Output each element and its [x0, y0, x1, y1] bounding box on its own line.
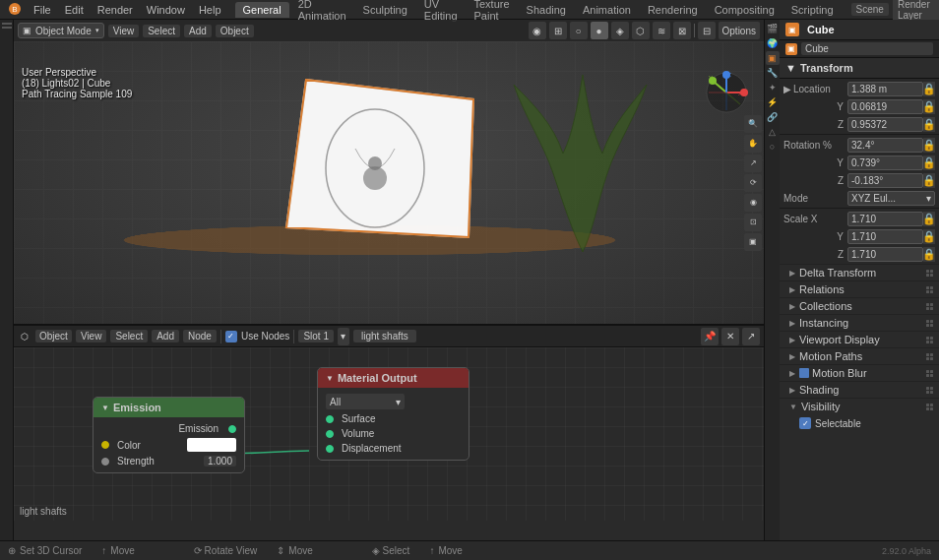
location-y-field[interactable]: 0.06819 [847, 99, 923, 114]
color-socket[interactable] [101, 441, 109, 449]
slot-selector[interactable]: Slot 1 [298, 330, 334, 342]
ne-link-icon[interactable]: ↗ [742, 328, 760, 345]
location-x-field[interactable]: 1.388 m [847, 82, 923, 96]
blender-logo[interactable]: B [4, 2, 26, 18]
motion-blur-section[interactable]: ▶ Motion Blur [780, 364, 939, 381]
scale-z-lock[interactable]: 🔒 [923, 247, 935, 262]
tab-scripting[interactable]: Scripting [783, 2, 842, 18]
node-object-type[interactable]: Object [35, 330, 72, 342]
relations-section[interactable]: ▶ Relations [780, 280, 939, 297]
rotation-mode-dropdown[interactable]: XYZ Eul... ▾ [847, 191, 935, 206]
material-name[interactable]: light shafts [353, 330, 416, 342]
scale-x-field[interactable]: 1.710 [847, 212, 923, 226]
location-z-lock[interactable]: 🔒 [923, 117, 935, 132]
material-output-dropdown[interactable]: All ▾ [326, 394, 405, 409]
node-add-menu[interactable]: Add [152, 330, 179, 342]
displacement-socket[interactable] [326, 445, 334, 453]
viewport-icon-7[interactable]: ≋ [653, 22, 670, 39]
menu-edit[interactable]: Edit [59, 3, 90, 17]
menu-window[interactable]: Window [141, 3, 191, 17]
viewport-icon-2[interactable]: ⊞ [549, 22, 567, 39]
location-collapse-arrow[interactable]: ▶ [783, 84, 791, 94]
node-view-menu[interactable]: View [76, 330, 107, 342]
node-node-menu[interactable]: Node [183, 330, 217, 342]
viewport-object-menu[interactable]: Object [216, 25, 254, 37]
props-material-icon[interactable]: ○ [766, 140, 780, 154]
node-select-menu[interactable]: Select [110, 330, 148, 342]
ne-x-icon[interactable]: ✕ [721, 328, 739, 345]
viewport-icon-8[interactable]: ⊠ [673, 22, 691, 39]
scene-selector[interactable]: Scene [851, 3, 889, 16]
tab-shading[interactable]: Shading [519, 2, 574, 18]
options-btn[interactable]: Options [719, 22, 760, 39]
location-z-field[interactable]: 0.95372 [847, 117, 923, 132]
use-nodes-checkbox[interactable]: ✓ [225, 331, 237, 342]
menu-render[interactable]: Render [92, 3, 139, 17]
viewport-icon-9[interactable]: ⊟ [698, 22, 716, 39]
emission-output-socket[interactable] [228, 425, 236, 433]
vp-side-icon-3[interactable]: ↗ [744, 155, 762, 172]
node-editor-type-icon[interactable]: ⬡ [18, 330, 31, 343]
viewport-canvas[interactable]: User Perspective (18) Lights02 | Cube Pa… [14, 41, 764, 324]
props-world-icon[interactable]: 🌍 [766, 36, 780, 50]
ne-pin-icon[interactable]: 📌 [701, 328, 719, 345]
viewport-icon-6[interactable]: ⬡ [632, 22, 650, 39]
scale-y-lock[interactable]: 🔒 [923, 229, 935, 244]
rotation-x-lock[interactable]: 🔒 [923, 138, 935, 153]
surface-socket[interactable] [326, 415, 334, 423]
viewport-icon-5[interactable]: ◈ [611, 22, 629, 39]
viewport-select-menu[interactable]: Select [143, 25, 180, 37]
volume-socket[interactable] [326, 430, 334, 438]
sub-object-dropdown[interactable]: Cube [801, 42, 933, 55]
scale-z-field[interactable]: 1.710 [847, 247, 923, 262]
tab-animation[interactable]: Animation [575, 2, 639, 18]
menu-help[interactable]: Help [193, 3, 227, 17]
node-canvas[interactable]: ▼ Emission Emission Color [14, 347, 764, 521]
delta-transform-section[interactable]: ▶ Delta Transform [780, 264, 939, 280]
mode-select[interactable]: ▣ Object Mode ▾ [18, 23, 104, 38]
shading-section[interactable]: ▶ Shading [780, 381, 939, 398]
tab-sculpting[interactable]: Sculpting [355, 2, 415, 18]
vp-side-icon-5[interactable]: ◉ [744, 194, 762, 212]
viewport-icon-1[interactable]: ◉ [529, 22, 546, 39]
collections-section[interactable]: ▶ Collections [780, 297, 939, 314]
props-constraints-icon[interactable]: 🔗 [766, 110, 780, 124]
rotation-z-lock[interactable]: 🔒 [923, 173, 935, 188]
location-y-lock[interactable]: 🔒 [923, 99, 935, 114]
viewport-add-menu[interactable]: Add [184, 25, 212, 37]
strength-socket[interactable] [101, 458, 109, 466]
viewport-gizmo[interactable]: X Y Z [705, 71, 754, 120]
rotation-y-field[interactable]: 0.739° [847, 156, 923, 170]
menu-file[interactable]: File [28, 3, 57, 17]
render-layer-selector[interactable]: Render Layer [893, 0, 939, 22]
rotation-z-field[interactable]: -0.183° [847, 173, 923, 188]
vp-side-icon-7[interactable]: ▣ [744, 233, 762, 251]
vp-side-icon-4[interactable]: ⟳ [744, 174, 762, 192]
tab-compositing[interactable]: Compositing [707, 2, 782, 18]
tab-general[interactable]: General [235, 2, 289, 18]
props-modifier-icon[interactable]: 🔧 [766, 66, 780, 80]
props-physics-icon[interactable]: ⚡ [766, 95, 780, 109]
scale-x-lock[interactable]: 🔒 [923, 212, 935, 226]
props-object-icon[interactable]: ▣ [766, 51, 780, 65]
visibility-section-header[interactable]: ▼ Visibility [780, 398, 939, 414]
props-particles-icon[interactable]: ✦ [766, 81, 780, 94]
tab-rendering[interactable]: Rendering [640, 2, 706, 18]
location-x-lock[interactable]: 🔒 [923, 82, 935, 96]
strength-value[interactable]: 1.000 [204, 456, 236, 467]
viewport-display-section[interactable]: ▶ Viewport Display [780, 331, 939, 347]
viewport-icon-3[interactable]: ○ [570, 22, 588, 39]
selectable-checkbox[interactable]: ✓ [799, 417, 811, 429]
object-mode-dropdown[interactable]: Cube [807, 24, 835, 35]
color-swatch[interactable] [187, 438, 236, 452]
motion-paths-section[interactable]: ▶ Motion Paths [780, 347, 939, 364]
vp-side-icon-6[interactable]: ⊡ [744, 214, 762, 231]
viewport-view-menu[interactable]: View [108, 25, 140, 37]
rotation-y-lock[interactable]: 🔒 [923, 156, 935, 170]
props-scene-icon[interactable]: 🎬 [766, 22, 780, 35]
scale-y-field[interactable]: 1.710 [847, 229, 923, 244]
vp-side-icon-2[interactable]: ✋ [744, 135, 762, 153]
props-data-icon[interactable]: △ [766, 125, 780, 139]
slot-chevron[interactable]: ▾ [338, 328, 349, 345]
instancing-section[interactable]: ▶ Instancing [780, 314, 939, 331]
